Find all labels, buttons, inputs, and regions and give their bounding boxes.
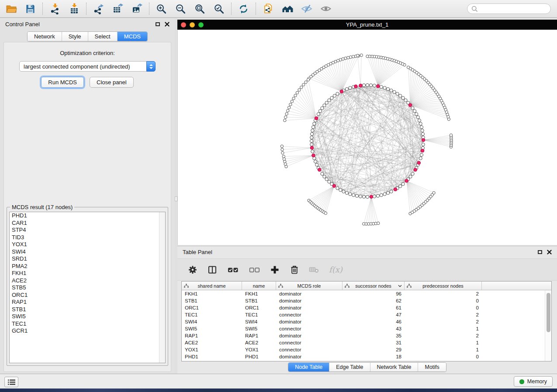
zoom-selected-button[interactable] — [213, 3, 225, 15]
mcds-list-scrollbar[interactable] — [159, 212, 165, 363]
list-icon — [8, 379, 15, 385]
table-scrollbar[interactable] — [545, 290, 551, 361]
table-cell: TEC1 — [182, 312, 242, 317]
export-image-button[interactable] — [131, 3, 143, 15]
mcds-result-item[interactable]: STP4 — [10, 227, 165, 234]
export-network-button[interactable] — [93, 3, 104, 15]
float-panel-icon[interactable] — [156, 22, 160, 26]
select-all-button[interactable] — [226, 264, 239, 275]
criterion-dropdown[interactable]: largest connected component (undirected) — [19, 61, 156, 72]
zoom-fit-button[interactable] — [194, 3, 206, 15]
mcds-result-item[interactable]: TEC1 — [10, 320, 165, 328]
close-panel-icon[interactable] — [547, 250, 552, 254]
table-cell: SWI5 — [182, 326, 242, 331]
zoom-fit-icon — [194, 3, 205, 14]
table-row[interactable]: PHD1PHD1dominator180 — [182, 353, 551, 360]
tab-network-table[interactable]: Network Table — [370, 363, 419, 371]
refresh-button[interactable] — [238, 3, 249, 15]
first-neighbors-button[interactable] — [281, 3, 293, 15]
import-table-button[interactable] — [68, 3, 80, 15]
export-table-button[interactable] — [112, 3, 124, 15]
close-panel-icon[interactable] — [165, 22, 170, 27]
mcds-result-item[interactable]: STB5 — [10, 284, 165, 292]
table-scrollbar-thumb[interactable] — [547, 293, 550, 332]
table-row[interactable]: YOX1YOX1connector291 — [182, 346, 551, 353]
network-graph[interactable] — [178, 30, 557, 245]
table-panel-titlebar: Table Panel — [177, 246, 557, 258]
mcds-result-item[interactable]: TID3 — [10, 234, 165, 241]
table-row[interactable]: STB1STB1dominator620 — [182, 297, 551, 304]
mcds-result-item[interactable]: PMA2 — [10, 263, 165, 270]
import-network-button[interactable] — [49, 3, 61, 15]
tab-style[interactable]: Style — [62, 32, 88, 41]
node-table[interactable]: shared namenameMCDS rolesuccessor nodesp… — [181, 281, 552, 361]
mcds-result-item[interactable]: GCR1 — [10, 327, 165, 335]
delete-column-button[interactable] — [289, 264, 300, 275]
column-header-MCDS-role[interactable]: MCDS role — [276, 282, 343, 290]
mcds-panel: Optimization criterion: largest connecte… — [3, 42, 171, 372]
mcds-result-item[interactable]: STB1 — [10, 306, 165, 313]
mcds-result-list[interactable]: PHD1CAR1STP4TID3YOX1SWI4SRD1PMA2FKH1ACE2… — [9, 212, 166, 363]
table-row[interactable]: SWI5SWI5connector431 — [182, 325, 551, 332]
eye-icon — [320, 3, 332, 14]
mcds-result-item[interactable]: ACE2 — [10, 277, 165, 285]
open-file-button[interactable] — [5, 3, 17, 15]
mcds-result-title: MCDS result (17 nodes) — [10, 204, 74, 210]
zoom-out-button[interactable] — [175, 3, 187, 15]
function-builder-button: f(x) — [328, 265, 343, 274]
column-header-name[interactable]: name — [242, 282, 276, 290]
task-history-button[interactable] — [4, 377, 18, 387]
mcds-result-item[interactable]: SWI4 — [10, 248, 165, 256]
run-mcds-button[interactable]: Run MCDS — [41, 77, 84, 88]
close-panel-button[interactable]: Close panel — [90, 77, 134, 88]
memory-button[interactable]: Memory — [514, 376, 553, 387]
table-row[interactable]: ORC1ORC1dominator610 — [182, 304, 551, 311]
network-titlebar[interactable]: YPA_prune.txt_1 — [177, 20, 557, 30]
table-options-button[interactable] — [187, 264, 198, 275]
table-cell: dominator — [276, 305, 343, 310]
zoom-in-button[interactable] — [156, 3, 167, 15]
tab-select[interactable]: Select — [88, 32, 118, 41]
hide-selected-button[interactable] — [301, 3, 312, 15]
table-cell: connector — [276, 347, 343, 352]
mcds-result-item[interactable]: FKH1 — [10, 270, 165, 277]
deselect-all-button[interactable] — [248, 264, 261, 275]
tab-edge-table[interactable]: Edge Table — [329, 363, 370, 371]
table-row[interactable]: SWI4SWI4dominator462 — [182, 318, 551, 325]
search-input[interactable] — [481, 5, 547, 13]
mcds-result-item[interactable]: RAP1 — [10, 299, 165, 306]
tab-network[interactable]: Network — [28, 32, 62, 41]
tab-node-table[interactable]: Node Table — [288, 363, 329, 371]
mcds-result-item[interactable]: PHD1 — [10, 212, 165, 220]
sort-indicator-icon[interactable] — [398, 285, 402, 288]
save-floppy-icon — [25, 3, 36, 14]
show-columns-button[interactable] — [207, 264, 218, 275]
table-cell: 61 — [343, 305, 405, 310]
tab-mcds[interactable]: MCDS — [118, 32, 147, 41]
save-session-button[interactable] — [24, 3, 36, 15]
duplicate-network-button[interactable] — [262, 3, 274, 15]
mcds-result-item[interactable]: SWI5 — [10, 313, 165, 320]
column-header-successor-nodes[interactable]: successor nodes — [343, 282, 405, 290]
mcds-result-item[interactable]: CAR1 — [10, 220, 165, 227]
table-row[interactable]: TEC1TEC1connector472 — [182, 311, 551, 318]
mcds-result-item[interactable]: ORC1 — [10, 292, 165, 299]
mcds-result-item[interactable]: SRD1 — [10, 255, 165, 263]
network-canvas[interactable] — [177, 30, 557, 245]
mcds-result-item[interactable]: YOX1 — [10, 241, 165, 248]
add-column-button[interactable] — [269, 264, 280, 275]
export-image-icon — [131, 3, 143, 14]
table-cell: 0 — [405, 305, 482, 310]
tab-motifs[interactable]: Motifs — [418, 363, 446, 371]
search-box[interactable] — [467, 3, 551, 14]
show-all-button[interactable] — [320, 3, 332, 15]
node-table-header: shared namenameMCDS rolesuccessor nodesp… — [182, 282, 551, 290]
column-header-predecessor-nodes[interactable]: predecessor nodes — [405, 282, 482, 290]
table-row[interactable]: ACE2ACE2connector311 — [182, 339, 551, 346]
open-folder-icon — [6, 3, 17, 14]
table-row[interactable]: FKH1FKH1dominator962 — [182, 290, 551, 297]
table-cell: FKH1 — [242, 291, 276, 296]
float-panel-icon[interactable] — [538, 250, 542, 254]
table-row[interactable]: RAP1RAP1dominator352 — [182, 332, 551, 339]
column-header-shared-name[interactable]: shared name — [182, 282, 242, 290]
